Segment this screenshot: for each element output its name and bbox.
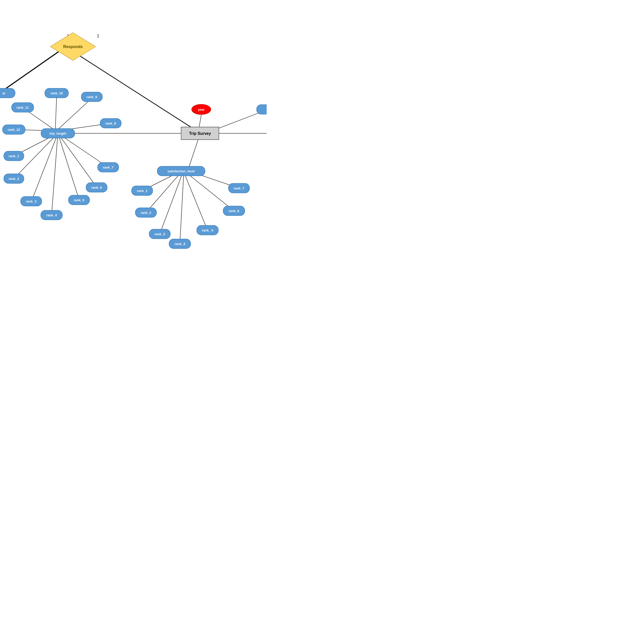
tl-rank9-label: rank_9 — [87, 95, 97, 99]
sl-rank1-label: rank_1 — [137, 189, 147, 193]
responds-to-survey-line-inner — [78, 54, 194, 128]
tl-to-rank7 — [58, 133, 108, 167]
year-label: year — [198, 108, 205, 111]
sl-rank4-label: rank_4 — [175, 242, 185, 246]
satisfaction-level-label: satisfaction_level — [168, 169, 195, 173]
tl-rank11-label: rank_11 — [16, 106, 29, 109]
trip-survey-label: Trip Survey — [189, 131, 211, 136]
sl-to-rank3 — [160, 174, 182, 234]
sl-to-rank4 — [180, 175, 184, 244]
sl-rank3-label: rank_3 — [154, 232, 165, 236]
sl-rank7-label: rank_7 — [234, 186, 244, 190]
tl-rank2-label: rank_2 — [9, 177, 19, 181]
sl-rank2-label: rank_2 — [141, 211, 151, 215]
sl-rank5-label: rank_ 5 — [202, 228, 213, 232]
sl-rank6-label: rank_6 — [229, 209, 239, 213]
tl-rank10-label: rank_10 — [50, 91, 63, 95]
tl-to-rank9 — [58, 98, 92, 130]
tl-to-rank5 — [58, 133, 79, 200]
tl-rank3-label: rank_3 — [26, 199, 36, 203]
tl-rank1-label: rank_1 — [9, 154, 19, 158]
tl-rank6-label: rank_6 — [91, 186, 102, 189]
tl-to-rank10 — [55, 97, 57, 129]
tl-to-rank6 — [58, 133, 97, 187]
partial-right-node[interactable] — [257, 105, 267, 114]
tl-rank8-label: rank_8 — [105, 122, 116, 125]
cardinality-1b: 1 — [97, 34, 99, 38]
sl-to-rank5 — [185, 175, 208, 230]
tl-rank4-label: rank_4 — [46, 213, 57, 217]
survey-to-satisfaction — [189, 138, 199, 168]
tl-rank12-label: rank_12 — [8, 128, 20, 132]
tl-rank7-label: rank_7 — [103, 166, 113, 169]
partial-left-label: al — [3, 91, 5, 95]
trip-length-label: trip_length — [49, 132, 66, 135]
tl-to-rank3 — [31, 133, 58, 201]
tl-rank5-label: rank_5 — [74, 198, 84, 202]
er-diagram: 1 1 Responds Trip Survey year trip_lengt… — [0, 0, 267, 267]
tl-to-rank4 — [52, 133, 58, 215]
sl-to-rank6 — [187, 174, 234, 211]
responds-label: Responds — [63, 45, 83, 49]
responds-to-left-outer — [0, 47, 66, 94]
